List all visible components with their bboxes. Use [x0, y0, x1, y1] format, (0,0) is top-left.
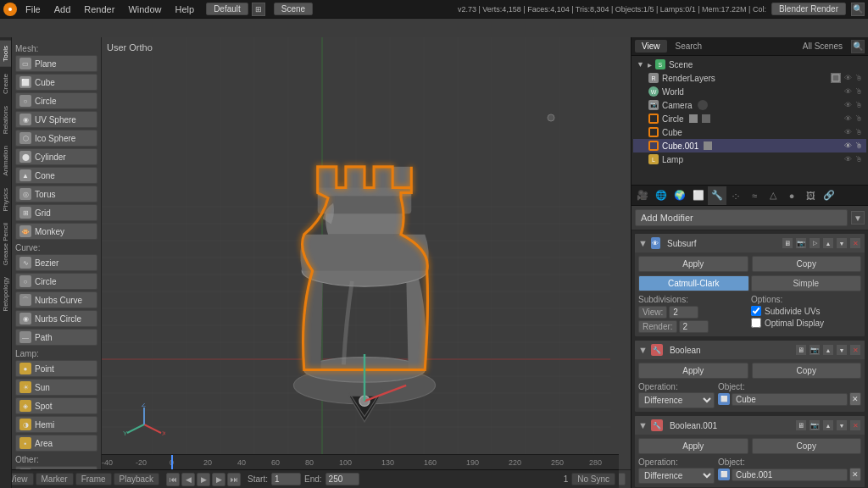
- tool-cylinder[interactable]: ⬤Cylinder: [15, 148, 97, 165]
- next-frame-btn[interactable]: ▶: [212, 473, 225, 486]
- start-frame-input[interactable]: [271, 473, 301, 485]
- tree-item-cube001[interactable]: Cube.001 👁 🖱: [633, 139, 866, 152]
- subsurf-copy-btn[interactable]: Copy: [752, 256, 862, 272]
- subsurf-move-down[interactable]: ▼: [836, 237, 848, 249]
- boolean001-copy-btn[interactable]: Copy: [752, 438, 862, 454]
- prev-frame-btn[interactable]: ◀: [181, 473, 195, 486]
- tab-grease-pencil[interactable]: Grease Pencil: [0, 218, 11, 270]
- props-tab-object[interactable]: ⬜: [689, 186, 708, 205]
- timeline-playhead[interactable]: [171, 455, 173, 469]
- play-btn[interactable]: ▶: [197, 473, 210, 486]
- tab-tools[interactable]: Tools: [0, 41, 11, 67]
- tool-sun[interactable]: ☀Sun: [15, 379, 97, 396]
- props-tab-modifier[interactable]: 🔧: [708, 186, 726, 205]
- view-value-input[interactable]: [669, 306, 698, 319]
- tree-item-circle[interactable]: Circle 👁 🖱: [633, 112, 866, 125]
- menu-window[interactable]: Window: [125, 3, 164, 16]
- menu-file[interactable]: File: [22, 3, 44, 16]
- boolean001-delete[interactable]: ✕: [849, 419, 861, 431]
- boolean001-vis-toggle[interactable]: 🔧: [651, 419, 663, 431]
- tool-cube[interactable]: ⬜Cube: [15, 74, 97, 91]
- tool-hemi[interactable]: ◑Hemi: [15, 416, 97, 433]
- subsurf-vis-toggle[interactable]: 👁: [651, 237, 660, 249]
- props-tab-scene[interactable]: 🌐: [652, 186, 670, 205]
- subsurf-name-input[interactable]: [664, 238, 778, 249]
- tool-spot[interactable]: ◈Spot: [15, 397, 97, 414]
- boolean-apply-btn[interactable]: Apply: [638, 363, 748, 379]
- tree-item-camera[interactable]: 📷 Camera 👁 🖱: [633, 98, 866, 112]
- boolean001-collapse[interactable]: ▼: [638, 420, 648, 430]
- skip-start-btn[interactable]: ⏮: [166, 473, 180, 486]
- blender-logo[interactable]: [3, 3, 17, 16]
- add-modifier-arrow[interactable]: ▼: [851, 211, 865, 225]
- subsurf-move-up[interactable]: ▲: [822, 237, 834, 249]
- boolean001-move-up[interactable]: ▲: [822, 419, 834, 431]
- add-modifier-btn[interactable]: Add Modifier: [635, 209, 848, 226]
- tool-path[interactable]: —Path: [15, 329, 97, 346]
- menu-add[interactable]: Add: [51, 3, 75, 16]
- menu-help[interactable]: Help: [172, 3, 198, 16]
- subdivide-uvs-check[interactable]: [751, 306, 761, 316]
- timeline-frame[interactable]: Frame: [75, 473, 112, 485]
- tool-ico-sphere[interactable]: ⬡Ico Sphere: [15, 130, 97, 147]
- outliner-tab-view[interactable]: View: [635, 40, 667, 53]
- tool-circle[interactable]: ○Circle: [15, 92, 97, 109]
- boolean-move-up[interactable]: ▲: [822, 344, 834, 356]
- render-value-input[interactable]: [679, 320, 709, 333]
- tool-grid[interactable]: ⊞Grid: [15, 204, 97, 221]
- tool-circle-curve[interactable]: ○Circle: [15, 273, 97, 290]
- operation-select[interactable]: Difference Union Intersect: [638, 392, 715, 408]
- subsurf-delete[interactable]: ✕: [849, 237, 861, 249]
- tool-monkey[interactable]: 🐵Monkey: [15, 223, 97, 240]
- props-tab-world[interactable]: 🌍: [670, 186, 689, 205]
- tab-create[interactable]: Create: [0, 69, 11, 99]
- subsurf-edit-toggle[interactable]: ▷: [809, 237, 821, 249]
- boolean001-render-toggle[interactable]: 🖥: [795, 419, 807, 431]
- object001-input[interactable]: [732, 469, 848, 481]
- screen-layout-select[interactable]: Default: [206, 3, 248, 15]
- main-viewport[interactable]: User Ortho X Y Z (1) Circle View Select …: [102, 37, 631, 488]
- catmull-clark-btn[interactable]: Catmull-Clark: [638, 275, 749, 291]
- boolean-collapse[interactable]: ▼: [638, 345, 648, 355]
- tool-nurbs-curve[interactable]: ⌒Nurbs Curve: [15, 291, 97, 308]
- outliner-tab-search[interactable]: Search: [669, 40, 709, 53]
- boolean001-name-input[interactable]: [666, 420, 792, 431]
- subsurf-viewport-toggle[interactable]: 📷: [795, 237, 807, 249]
- boolean-name-input[interactable]: [666, 345, 792, 356]
- simple-btn[interactable]: Simple: [751, 275, 862, 291]
- boolean-move-down[interactable]: ▼: [836, 344, 848, 356]
- tool-cone[interactable]: ▲Cone: [15, 167, 97, 184]
- tool-point[interactable]: ●Point: [15, 360, 97, 377]
- view-label-btn[interactable]: View:: [638, 306, 667, 319]
- scene-select[interactable]: Scene: [274, 3, 313, 15]
- all-scenes-select[interactable]: All Scenes: [796, 40, 849, 53]
- tool-plane[interactable]: ▭Plane: [15, 55, 97, 72]
- props-tab-data[interactable]: △: [764, 186, 782, 205]
- subsurf-render-toggle[interactable]: 🖥: [782, 237, 793, 249]
- timeline-playback[interactable]: Playback: [114, 473, 160, 485]
- object001-clear-btn[interactable]: ✕: [849, 468, 861, 481]
- layout-icon[interactable]: ⊞: [252, 3, 265, 16]
- skip-end-btn[interactable]: ⏭: [227, 473, 241, 486]
- props-tab-constraints[interactable]: 🔗: [820, 186, 838, 205]
- object-input[interactable]: [732, 393, 848, 406]
- object-clear-btn[interactable]: ✕: [849, 392, 861, 406]
- tree-item-world[interactable]: W World 👁 🖱: [633, 85, 866, 98]
- timeline-marker[interactable]: Marker: [36, 473, 74, 485]
- props-tab-physics[interactable]: ≈: [745, 186, 764, 205]
- tool-torus[interactable]: ◎Torus: [15, 186, 97, 202]
- tool-nurbs-circle[interactable]: ◉Nurbs Circle: [15, 310, 97, 327]
- tool-bezier[interactable]: ∿Bezier: [15, 254, 97, 271]
- scene-root-item[interactable]: ▼ ▸ S Scene: [633, 58, 866, 71]
- tab-animation[interactable]: Animation: [0, 141, 11, 181]
- render-engine-select[interactable]: Blender Render: [771, 3, 846, 15]
- boolean-copy-btn[interactable]: Copy: [752, 363, 862, 379]
- boolean-delete[interactable]: ✕: [849, 344, 861, 356]
- props-tab-texture[interactable]: 🖼: [801, 186, 820, 205]
- operation001-select[interactable]: Difference Union Intersect: [638, 468, 715, 484]
- subsurf-collapse[interactable]: ▼: [638, 238, 648, 248]
- tree-item-cube[interactable]: Cube 👁 🖱: [633, 125, 866, 139]
- render-label-btn[interactable]: Render:: [638, 320, 677, 333]
- props-tab-material[interactable]: ●: [782, 186, 801, 205]
- tab-retopology[interactable]: Retopology: [0, 272, 11, 316]
